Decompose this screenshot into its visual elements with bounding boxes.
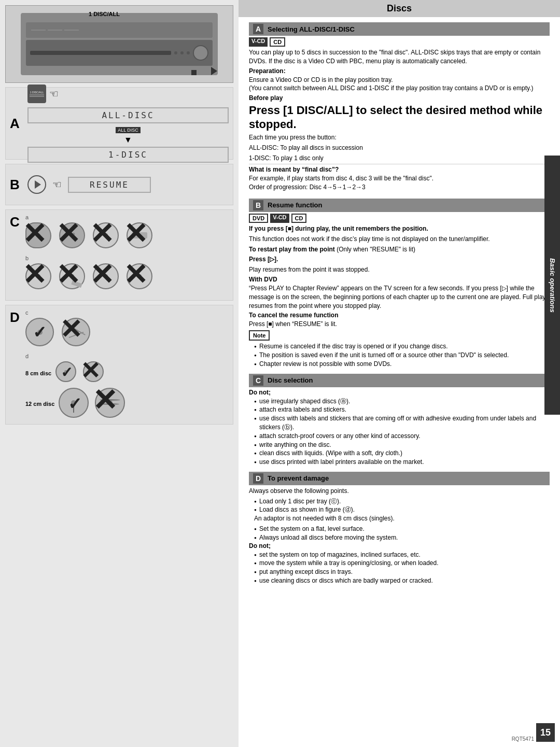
all-disc-desc: ALL-DISC: To play all discs in successio… xyxy=(249,144,550,152)
section-c-title: Disc selection xyxy=(268,376,313,384)
disc-12cm-row: 12 cm disc ✓ xyxy=(25,388,229,420)
divider-1 xyxy=(249,164,550,164)
section-b-title: Resume function xyxy=(268,201,322,209)
all-disc-badge: ALL DISC xyxy=(116,127,141,133)
hand-icon-area: 1 DISC/ALL ☜ xyxy=(27,84,229,103)
section-d-alpha-d: d xyxy=(25,353,229,359)
right-content: A Selecting ALL-DISC/1-DISC V-CD CD You … xyxy=(239,17,560,747)
note-bullet-3: Chapter review is not possible with some… xyxy=(254,360,550,369)
disc-btn-text: 1 DISC/ALL xyxy=(30,91,44,94)
section-d-header: D To prevent damage xyxy=(249,472,550,485)
hand-cursor-a: ☜ xyxy=(49,88,59,100)
lcd-1-disc: 1-DISC xyxy=(27,147,229,163)
basic-operations-sidebar: Basic operations xyxy=(544,156,560,415)
each-time: Each time you press the button: xyxy=(249,133,550,142)
play-triangle-icon xyxy=(35,180,41,189)
badge-cd-b: CD xyxy=(291,214,307,223)
section-d-intro: Always observe the following points. xyxy=(249,487,550,496)
disc-b1: ✕ xyxy=(25,263,54,292)
badge-vcd: V-CD xyxy=(249,37,268,47)
section-a-badges: V-CD CD xyxy=(249,37,550,47)
hand-cursor-b: ☜ xyxy=(52,178,62,191)
final-disc-text: For example, if play starts from disc 4,… xyxy=(249,174,550,192)
section-d-bullets-2: Set the system on a flat, level surface.… xyxy=(249,525,550,542)
section-d-title: To prevent damage xyxy=(268,474,329,482)
note-box: Note xyxy=(249,330,270,341)
do-not-d-bullets: set the system on top of magazines, incl… xyxy=(249,551,550,585)
d-bullet-3: Set the system on a flat, level surface. xyxy=(254,525,550,533)
sticker-disc: ✕ xyxy=(93,222,121,251)
section-a-block: A Selecting ALL-DISC/1-DISC V-CD CD You … xyxy=(249,22,550,193)
disc-b2: ✕ xyxy=(59,263,88,292)
irregular-disc-1: ✕ xyxy=(25,222,54,251)
disc-row-b: ✕ ✕ ✕ xyxy=(25,263,229,292)
d-do-not-1: set the system on top of magazines, incl… xyxy=(254,551,550,559)
right-panel: Discs A Selecting ALL-DISC/1-DISC V-CD C… xyxy=(239,0,560,747)
section-d-label: D xyxy=(10,309,22,326)
disc-all-label: 1 DISC/ALL xyxy=(89,11,120,17)
section-c-header: C Disc selection xyxy=(249,374,550,387)
section-a-label: A xyxy=(10,116,22,132)
stereo-device-image: 1 DISC/ALL xyxy=(5,5,233,83)
section-a-letter: A xyxy=(253,24,263,34)
page-number: 15 xyxy=(536,723,555,742)
before-play-title: Before play xyxy=(249,94,550,102)
left-section-d: D c ✓ xyxy=(5,305,233,425)
d-do-not-4: use cleaning discs or discs which are ba… xyxy=(254,576,550,585)
with-dvd-title: With DVD xyxy=(249,276,550,283)
page-title: Discs xyxy=(387,3,412,13)
one-disc-desc: 1-DISC: To play 1 disc only xyxy=(249,154,550,163)
badge-cd: CD xyxy=(270,37,285,47)
resume-sub-text: This function does not work if the disc’… xyxy=(249,235,550,244)
wrong-disc-c: ✕ xyxy=(62,318,93,349)
left-section-a: A 1 DISC/ALL ☜ ALL-DISC ALL DISC ▼ 1-DIS… xyxy=(5,87,233,160)
bullet-c-7: use discs printed with label printers av… xyxy=(254,458,550,467)
bullet-c-2: attach extra labels and stickers. xyxy=(254,405,550,414)
section-b-badges: DVD V-CD CD xyxy=(249,214,550,223)
bullet-c-3: use discs with labels and stickers that … xyxy=(254,414,550,432)
disc-b3: ✕ xyxy=(93,263,121,292)
note-bullet-2: The position is saved even if the unit i… xyxy=(254,351,550,360)
section-b-header: B Resume function xyxy=(249,199,550,212)
badge-vcd-b: V-CD xyxy=(270,214,289,223)
play-arrow-icon xyxy=(211,67,217,75)
wavy-disc: ✕ xyxy=(127,222,155,251)
section-a-intro: You can play up to 5 discs in succession… xyxy=(249,48,550,66)
left-panel: 1 DISC/ALL A 1 DISC/ALL ☜ ALL-DISC ALL D… xyxy=(0,0,239,747)
disc-8cm-wrong: ✕ xyxy=(83,361,106,385)
d-bullet-4: Always unload all discs before moving th… xyxy=(254,533,550,542)
section-b-label: B xyxy=(10,177,22,193)
bullet-c-5: write anything on the disc. xyxy=(254,441,550,449)
resumes-text: Play resumes from the point it was stopp… xyxy=(249,265,550,274)
bullet-c-4: attach scratch-proof covers or any other… xyxy=(254,432,550,441)
with-dvd-text: “Press PLAY to Chapter Review” appears o… xyxy=(249,284,550,310)
stereo-top xyxy=(26,22,213,38)
disc-8cm-row: 8 cm disc ✓ ✕ xyxy=(25,361,229,385)
sidebar-text: Basic operations xyxy=(549,258,556,313)
section-c-letter: C xyxy=(253,375,263,386)
restart-title: To restart play from the point (Only whe… xyxy=(249,245,550,254)
do-not-c-bullets: use irregularly shaped discs (ⓐ). attach… xyxy=(249,397,550,467)
section-a-header: A Selecting ALL-DISC/1-DISC xyxy=(249,22,550,36)
do-not-d-title: Do not; xyxy=(249,542,550,549)
left-section-c: C a ✕ ♥ xyxy=(5,209,233,301)
d-bullet-2: Load discs as shown in figure (ⓓ). xyxy=(254,505,550,514)
section-d-block: D To prevent damage Always observe the f… xyxy=(249,472,550,585)
model-number: RQT5471 xyxy=(512,736,534,742)
big-heading: Press [1 DISC/ALL] to select the desired… xyxy=(249,104,550,131)
cancel-text: Press [■] when “RESUME” is lit. xyxy=(249,320,550,329)
disc-8cm-correct: ✓ xyxy=(55,361,79,385)
stop-icon xyxy=(191,70,197,75)
right-wrapper: Discs A Selecting ALL-DISC/1-DISC V-CD C… xyxy=(239,0,560,747)
prep-text: Ensure a Video CD or CD is in the play p… xyxy=(249,76,550,93)
section-c-label: C xyxy=(10,214,22,230)
note-bullets: Resume is canceled if the disc tray is o… xyxy=(249,342,550,368)
note-bullet-1: Resume is canceled if the disc tray is o… xyxy=(254,342,550,351)
d-do-not-3: put anything except discs in trays. xyxy=(254,568,550,576)
stereo-body xyxy=(21,13,218,75)
resume-bold-line: If you press [■] during play, the unit r… xyxy=(249,224,550,233)
disc-row-c: ✓ ✕ xyxy=(25,318,229,349)
bullet-c-1: use irregularly shaped discs (ⓐ). xyxy=(254,397,550,406)
lcd-resume: RESUME xyxy=(68,177,151,193)
section-a-title: Selecting ALL-DISC/1-DISC xyxy=(268,25,355,33)
